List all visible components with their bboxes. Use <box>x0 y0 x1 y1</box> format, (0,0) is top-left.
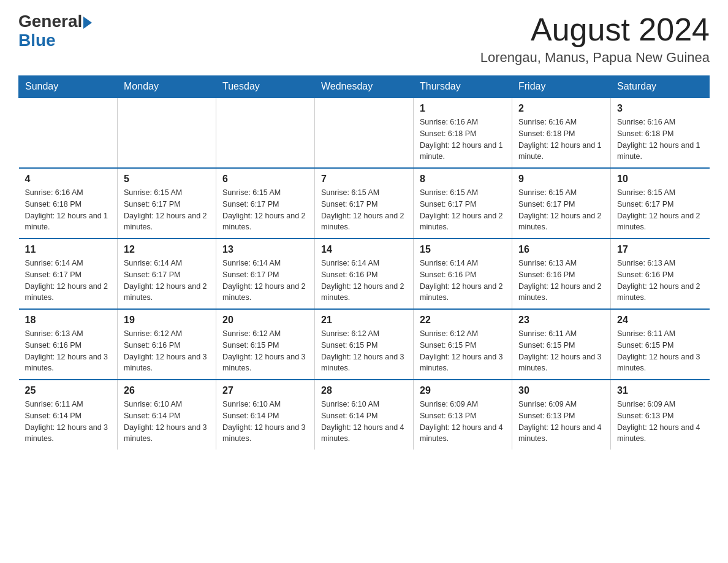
title-area: August 2024 Lorengau, Manus, Papua New G… <box>480 12 710 66</box>
calendar-day-cell <box>118 98 216 168</box>
day-info: Sunrise: 6:13 AM Sunset: 6:16 PM Dayligh… <box>617 258 703 304</box>
day-number: 16 <box>518 244 604 255</box>
logo-blue-text: Blue <box>18 31 92 50</box>
day-info: Sunrise: 6:10 AM Sunset: 6:14 PM Dayligh… <box>222 399 308 445</box>
day-info: Sunrise: 6:14 AM Sunset: 6:17 PM Dayligh… <box>25 258 112 304</box>
calendar-day-cell: 6Sunrise: 6:15 AM Sunset: 6:17 PM Daylig… <box>216 168 315 239</box>
calendar-day-cell: 21Sunrise: 6:12 AM Sunset: 6:15 PM Dayli… <box>315 309 414 380</box>
day-number: 14 <box>321 244 407 255</box>
calendar-day-cell: 15Sunrise: 6:14 AM Sunset: 6:16 PM Dayli… <box>414 239 512 309</box>
day-number: 27 <box>222 385 308 396</box>
day-number: 15 <box>420 244 506 255</box>
day-info: Sunrise: 6:15 AM Sunset: 6:17 PM Dayligh… <box>617 187 703 233</box>
day-info: Sunrise: 6:12 AM Sunset: 6:15 PM Dayligh… <box>222 328 308 374</box>
calendar-day-cell: 16Sunrise: 6:13 AM Sunset: 6:16 PM Dayli… <box>512 239 611 309</box>
day-info: Sunrise: 6:16 AM Sunset: 6:18 PM Dayligh… <box>518 117 604 163</box>
calendar-day-cell: 4Sunrise: 6:16 AM Sunset: 6:18 PM Daylig… <box>19 168 118 239</box>
day-number: 20 <box>222 315 308 326</box>
day-number: 11 <box>25 244 112 255</box>
calendar-header-friday: Friday <box>512 76 611 98</box>
calendar-day-cell: 17Sunrise: 6:13 AM Sunset: 6:16 PM Dayli… <box>611 239 710 309</box>
month-title: August 2024 <box>480 12 710 47</box>
calendar-day-cell: 18Sunrise: 6:13 AM Sunset: 6:16 PM Dayli… <box>19 309 118 380</box>
calendar-day-cell: 10Sunrise: 6:15 AM Sunset: 6:17 PM Dayli… <box>611 168 710 239</box>
calendar-day-cell: 8Sunrise: 6:15 AM Sunset: 6:17 PM Daylig… <box>414 168 512 239</box>
day-number: 17 <box>617 244 703 255</box>
calendar-day-cell: 29Sunrise: 6:09 AM Sunset: 6:13 PM Dayli… <box>414 380 512 450</box>
calendar-table: SundayMondayTuesdayWednesdayThursdayFrid… <box>18 75 710 450</box>
day-info: Sunrise: 6:14 AM Sunset: 6:17 PM Dayligh… <box>222 258 308 304</box>
day-info: Sunrise: 6:14 AM Sunset: 6:16 PM Dayligh… <box>321 258 407 304</box>
calendar-day-cell: 11Sunrise: 6:14 AM Sunset: 6:17 PM Dayli… <box>19 239 118 309</box>
calendar-day-cell: 19Sunrise: 6:12 AM Sunset: 6:16 PM Dayli… <box>118 309 216 380</box>
day-info: Sunrise: 6:15 AM Sunset: 6:17 PM Dayligh… <box>518 187 604 233</box>
calendar-day-cell: 31Sunrise: 6:09 AM Sunset: 6:13 PM Dayli… <box>611 380 710 450</box>
calendar-day-cell: 20Sunrise: 6:12 AM Sunset: 6:15 PM Dayli… <box>216 309 315 380</box>
day-info: Sunrise: 6:10 AM Sunset: 6:14 PM Dayligh… <box>124 399 210 445</box>
day-number: 18 <box>25 315 112 326</box>
day-info: Sunrise: 6:12 AM Sunset: 6:15 PM Dayligh… <box>321 328 407 374</box>
calendar-header-sunday: Sunday <box>19 76 118 98</box>
day-number: 12 <box>124 244 210 255</box>
day-number: 24 <box>617 315 703 326</box>
day-info: Sunrise: 6:12 AM Sunset: 6:16 PM Dayligh… <box>124 328 210 374</box>
day-number: 29 <box>420 385 506 396</box>
day-number: 21 <box>321 315 407 326</box>
location-title: Lorengau, Manus, Papua New Guinea <box>480 50 710 66</box>
day-number: 23 <box>518 315 604 326</box>
day-info: Sunrise: 6:11 AM Sunset: 6:15 PM Dayligh… <box>617 328 703 374</box>
calendar-week-row: 11Sunrise: 6:14 AM Sunset: 6:17 PM Dayli… <box>19 239 710 309</box>
day-info: Sunrise: 6:16 AM Sunset: 6:18 PM Dayligh… <box>420 117 506 163</box>
day-info: Sunrise: 6:09 AM Sunset: 6:13 PM Dayligh… <box>518 399 604 445</box>
day-number: 6 <box>222 174 308 185</box>
calendar-day-cell: 25Sunrise: 6:11 AM Sunset: 6:14 PM Dayli… <box>19 380 118 450</box>
day-info: Sunrise: 6:15 AM Sunset: 6:17 PM Dayligh… <box>124 187 210 233</box>
page-header: General Blue August 2024 Lorengau, Manus… <box>18 12 710 66</box>
calendar-header-wednesday: Wednesday <box>315 76 414 98</box>
logo-arrow-icon <box>83 17 92 29</box>
calendar-header-tuesday: Tuesday <box>216 76 315 98</box>
day-number: 31 <box>617 385 703 396</box>
day-number: 2 <box>518 103 604 114</box>
calendar-day-cell: 22Sunrise: 6:12 AM Sunset: 6:15 PM Dayli… <box>414 309 512 380</box>
calendar-header-monday: Monday <box>118 76 216 98</box>
day-info: Sunrise: 6:15 AM Sunset: 6:17 PM Dayligh… <box>420 187 506 233</box>
day-info: Sunrise: 6:16 AM Sunset: 6:18 PM Dayligh… <box>617 117 703 163</box>
calendar-day-cell: 24Sunrise: 6:11 AM Sunset: 6:15 PM Dayli… <box>611 309 710 380</box>
calendar-day-cell: 7Sunrise: 6:15 AM Sunset: 6:17 PM Daylig… <box>315 168 414 239</box>
day-info: Sunrise: 6:11 AM Sunset: 6:14 PM Dayligh… <box>25 399 112 445</box>
calendar-week-row: 1Sunrise: 6:16 AM Sunset: 6:18 PM Daylig… <box>19 98 710 168</box>
calendar-header-saturday: Saturday <box>611 76 710 98</box>
calendar-header-row: SundayMondayTuesdayWednesdayThursdayFrid… <box>19 76 710 98</box>
calendar-day-cell <box>315 98 414 168</box>
day-info: Sunrise: 6:14 AM Sunset: 6:17 PM Dayligh… <box>124 258 210 304</box>
calendar-day-cell: 13Sunrise: 6:14 AM Sunset: 6:17 PM Dayli… <box>216 239 315 309</box>
day-info: Sunrise: 6:12 AM Sunset: 6:15 PM Dayligh… <box>420 328 506 374</box>
day-number: 26 <box>124 385 210 396</box>
calendar-day-cell: 23Sunrise: 6:11 AM Sunset: 6:15 PM Dayli… <box>512 309 611 380</box>
day-info: Sunrise: 6:10 AM Sunset: 6:14 PM Dayligh… <box>321 399 407 445</box>
day-number: 3 <box>617 103 703 114</box>
calendar-day-cell: 27Sunrise: 6:10 AM Sunset: 6:14 PM Dayli… <box>216 380 315 450</box>
calendar-day-cell <box>216 98 315 168</box>
day-number: 30 <box>518 385 604 396</box>
calendar-day-cell: 1Sunrise: 6:16 AM Sunset: 6:18 PM Daylig… <box>414 98 512 168</box>
calendar-header-thursday: Thursday <box>414 76 512 98</box>
calendar-day-cell: 5Sunrise: 6:15 AM Sunset: 6:17 PM Daylig… <box>118 168 216 239</box>
day-info: Sunrise: 6:15 AM Sunset: 6:17 PM Dayligh… <box>321 187 407 233</box>
calendar-day-cell: 14Sunrise: 6:14 AM Sunset: 6:16 PM Dayli… <box>315 239 414 309</box>
day-info: Sunrise: 6:16 AM Sunset: 6:18 PM Dayligh… <box>25 187 112 233</box>
day-info: Sunrise: 6:13 AM Sunset: 6:16 PM Dayligh… <box>25 328 112 374</box>
logo: General Blue <box>18 12 92 50</box>
day-info: Sunrise: 6:13 AM Sunset: 6:16 PM Dayligh… <box>518 258 604 304</box>
day-number: 1 <box>420 103 506 114</box>
day-number: 7 <box>321 174 407 185</box>
day-number: 4 <box>25 174 112 185</box>
calendar-week-row: 4Sunrise: 6:16 AM Sunset: 6:18 PM Daylig… <box>19 168 710 239</box>
day-number: 28 <box>321 385 407 396</box>
day-number: 5 <box>124 174 210 185</box>
day-info: Sunrise: 6:11 AM Sunset: 6:15 PM Dayligh… <box>518 328 604 374</box>
calendar-week-row: 18Sunrise: 6:13 AM Sunset: 6:16 PM Dayli… <box>19 309 710 380</box>
day-info: Sunrise: 6:15 AM Sunset: 6:17 PM Dayligh… <box>222 187 308 233</box>
day-number: 10 <box>617 174 703 185</box>
